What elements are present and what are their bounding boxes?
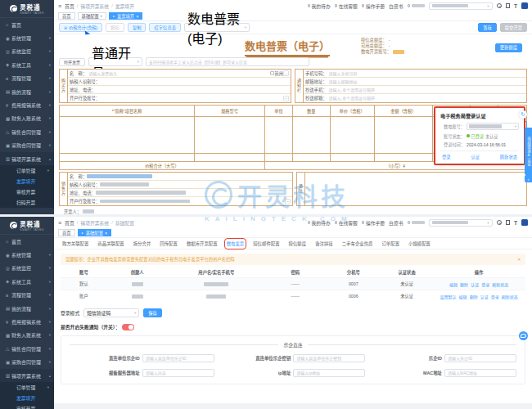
company-select[interactable]: ▾ [429,2,493,10]
sidebar-item[interactable]: ▤ 我的流程 ▾ [0,302,54,315]
sidebar-item[interactable]: ◉ 系统管理 ▾ [0,31,54,44]
breadcrumb-home[interactable]: 首页 [65,2,74,10]
customer-service-float-icon[interactable] [519,331,528,340]
operation-link[interactable]: 登录 [491,294,499,299]
config-subtab[interactable]: 授信额度 [289,240,307,247]
fullscreen-icon[interactable] [506,220,511,225]
sidebar-item[interactable]: ▥ 销项开票系统 ▴ [0,152,54,165]
collapse-minus-icon[interactable]: － [285,199,291,204]
sidebar-item[interactable]: ¥ 费用报销系统 ▾ [0,315,54,328]
config-subtab[interactable]: 小规模配置 [408,240,431,247]
sidebar-item[interactable]: ¥ 费用报销系统 ▾ [0,98,54,111]
sidebar-item[interactable]: ◎ 系统监控 ▾ [0,262,54,275]
operation-link[interactable]: 刷新状态 [502,294,518,299]
operation-link[interactable]: 登录 [481,281,489,287]
font-size-icon[interactable]: T [514,220,517,226]
digital-account-select[interactable]: ▾ [467,123,519,130]
manual-link[interactable]: 操作手册 [362,2,385,10]
tab-home[interactable]: 首页 [58,229,75,237]
red-letter-info-button[interactable]: 红字信息表 [149,23,181,32]
sidebar-item[interactable]: ≡ 流程管理 ▾ [0,72,54,85]
font-size-icon[interactable]: T [514,3,517,9]
operation-link[interactable]: 删除 [470,294,478,299]
sidebar-subitem[interactable]: 审核开票 [0,403,54,409]
login-mode-select[interactable]: 短信验证码▾ [83,308,139,317]
sidebar-subitem[interactable]: 订单管理 ▾ [0,382,54,393]
breadcrumb-home[interactable]: 首页 [65,219,74,227]
login-link[interactable]: 登录 [442,154,451,160]
current-user[interactable] [408,4,425,8]
tab-basic-config[interactable]: 基础配置× [78,229,112,237]
sidebar-subitem[interactable]: 订单管理 ▾ [0,165,54,176]
search-icon[interactable] [497,220,502,225]
report-server-input[interactable] [142,369,214,377]
remark-content[interactable] [305,173,526,205]
breadcrumb-module[interactable]: 销项开票系统 [80,2,109,10]
search-icon[interactable] [497,3,502,8]
online-service-link[interactable]: 在线客服 [335,2,358,10]
fail-notify-toggle[interactable] [122,324,134,330]
config-subtab[interactable]: 数据库开票配置 [187,240,218,247]
sidebar-item[interactable]: △ 销售合同管理 ▾ [0,342,54,355]
sidebar-item[interactable]: ◈ 系统工具 ▾ [0,275,54,288]
sidebar-item[interactable]: ◎ 系统监控 ▾ [0,45,54,58]
leqi-id-input[interactable] [444,354,516,362]
sidebar-item[interactable]: ≡ 流程管理 ▾ [0,289,54,302]
tab-basic-config[interactable]: 基础配置▾ [78,12,106,20]
operation-link[interactable]: 删除 [460,281,468,287]
operation-link[interactable]: 认证 [471,281,479,287]
save-draft-button[interactable]: 暂存 [478,23,497,32]
current-user[interactable] [408,221,425,225]
config-subtab[interactable]: 拆分合并 [133,240,151,247]
tax-bureau-side-tab[interactable]: 电局登录&认证 [525,128,532,175]
avatar[interactable] [521,2,528,9]
price-tax-total-button[interactable]: ⊕价税合计(含税) [59,23,102,32]
side-tab-collapse-icon[interactable]: ‹ [525,175,532,182]
update-credit-button[interactable]: 更新额度 [495,43,522,52]
notify-cc-mail-input[interactable] [327,95,525,101]
config-subtab[interactable]: 数电发票 [227,240,245,247]
buyer-addr-input[interactable] [96,87,289,93]
copy-button[interactable]: 复制 [128,23,147,32]
sidebar-item[interactable]: ▣ 采购合同管理 ▾ [0,356,54,369]
online-service-link[interactable]: 在线客服 [335,219,358,227]
leqi-direct-id-input[interactable] [142,354,214,362]
app-logo[interactable]: 灵税通 SMART TAXES [0,217,54,235]
whitepaper-link[interactable]: 白皮书 [389,2,403,10]
refresh-float-icon[interactable]: ↻ [519,110,527,119]
close-icon[interactable]: × [105,231,107,236]
sidebar-item[interactable]: ▦ 财务入账系统 ▾ [0,329,54,342]
collapse-minus-icon[interactable]: － [283,70,289,76]
close-icon[interactable]: × [136,14,138,19]
sidebar-item[interactable]: ⌂ 首页 [0,18,54,31]
avatar[interactable] [521,219,528,226]
buyer-name-input[interactable] [87,70,270,77]
buyer-taxno-input[interactable] [100,79,289,85]
refresh-status-link[interactable]: 刷新状态 [500,154,517,160]
ip-address-input[interactable] [293,369,365,377]
sidebar-item[interactable]: ▣ 采购合同管理 ▾ [0,139,54,152]
close-icon[interactable]: × [517,257,521,262]
sidebar-item[interactable]: ◉ 系统管理 ▾ [0,248,54,261]
invoice-type-select[interactable]: 数电普票 (电子)▾ [184,23,250,32]
submit-invoice-button[interactable]: 提交开票 [500,23,527,32]
special-invoice-button[interactable]: 特开发票 [59,58,85,66]
config-subtab[interactable]: 备注拼接 [315,240,333,247]
save-login-mode-button[interactable]: 保存 [143,308,162,317]
config-subtab[interactable]: 回传配置 [160,240,178,247]
operation-link[interactable]: 编辑 [449,281,458,287]
whitepaper-link[interactable]: 白皮书 [389,219,403,227]
auth-link[interactable]: 认证 [471,154,480,160]
tab-home[interactable]: 首页 [58,12,75,20]
sidebar-subitem[interactable]: 发票填开 [0,176,54,187]
leqi-direct-secret-input[interactable] [293,354,365,362]
scan-entry-input[interactable] [146,57,309,66]
sidebar-item[interactable]: ▦ 财务入账系统 ▾ [0,112,54,125]
sidebar-item[interactable]: △ 销售合同管理 ▾ [0,125,54,138]
discount-button[interactable]: 折扣 [106,23,124,32]
sidebar-subitem[interactable]: 审核开票 [0,187,54,197]
breadcrumb-module[interactable]: 销项开票系统 [80,219,109,227]
notify-mail-input[interactable] [327,79,525,85]
operation-link[interactable]: 编辑 [459,294,467,299]
sidebar-item[interactable]: ▥ 销项开票系统 ▴ [0,369,54,382]
